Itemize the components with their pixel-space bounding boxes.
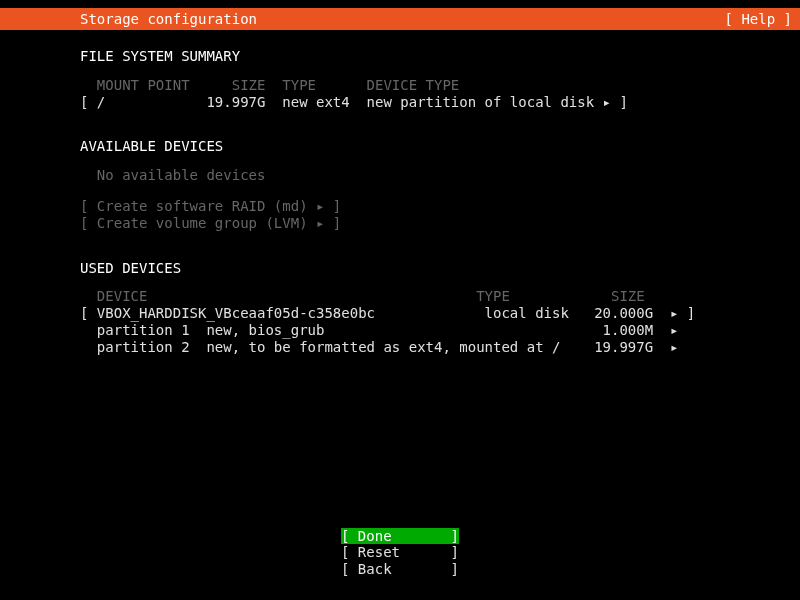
header-bar: Storage configuration [ Help ] <box>0 8 800 30</box>
fs-summary-columns: MOUNT POINT SIZE TYPE DEVICE TYPE <box>80 77 720 94</box>
fs-summary-row[interactable]: [ / 19.997G new ext4 new partition of lo… <box>80 94 720 111</box>
fs-summary-title: FILE SYSTEM SUMMARY <box>80 48 720 65</box>
create-lvm-button[interactable]: [ Create volume group (LVM) ▸ ] <box>80 215 720 232</box>
used-partition-2[interactable]: partition 2 new, to be formatted as ext4… <box>80 339 720 356</box>
back-button[interactable]: [ Back ] <box>341 561 459 578</box>
done-button[interactable]: [ Done ] <box>341 528 459 545</box>
create-raid-button[interactable]: [ Create software RAID (md) ▸ ] <box>80 198 720 215</box>
used-title: USED DEVICES <box>80 260 720 277</box>
reset-button[interactable]: [ Reset ] <box>341 544 459 561</box>
available-empty: No available devices <box>80 167 720 184</box>
footer-menu: [ Done ] [ Reset ] [ Back ] <box>341 528 459 578</box>
used-disk-row[interactable]: [ VBOX_HARDDISK_VBceaaf05d-c358e0bc loca… <box>80 305 720 322</box>
main-content: FILE SYSTEM SUMMARY MOUNT POINT SIZE TYP… <box>0 30 800 356</box>
page-title: Storage configuration <box>80 11 257 28</box>
used-columns: DEVICE TYPE SIZE <box>80 288 720 305</box>
used-partition-1[interactable]: partition 1 new, bios_grub 1.000M ▸ <box>80 322 720 339</box>
help-button[interactable]: [ Help ] <box>725 11 792 28</box>
available-title: AVAILABLE DEVICES <box>80 138 720 155</box>
